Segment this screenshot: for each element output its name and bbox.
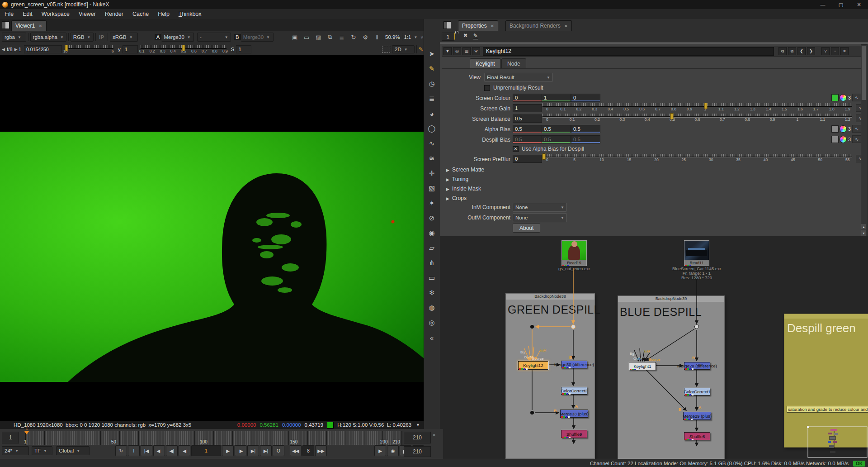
range-mode-dropdown[interactable]: Global▼ (56, 446, 90, 455)
toolbar-views-icon[interactable]: ◉ (426, 227, 438, 239)
2d-mode-dropdown[interactable]: 2D▼ (392, 45, 415, 53)
menu-workspace[interactable]: Workspace (37, 11, 74, 17)
clear-panels-icon[interactable]: ✖ (463, 33, 467, 38)
menu-cache[interactable]: Cache (128, 11, 153, 17)
group-inside-mask[interactable]: ▶Inside Mask (446, 186, 481, 192)
toolbar-3d-icon[interactable]: ▧ (426, 182, 438, 194)
transport-5[interactable]: ◀ (179, 445, 190, 456)
toolbar-target-icon[interactable]: ◎ (426, 317, 438, 329)
toolbar-rect-icon[interactable]: ▭ (426, 272, 438, 284)
ab-mode-dropdown[interactable]: -▼ (197, 33, 231, 42)
toolbar-merge-icon[interactable]: ⋔ (426, 257, 438, 269)
input-b-dropdown[interactable]: Merge30▼ (241, 33, 274, 42)
view-dropdown[interactable]: Final Result ▼ (484, 73, 553, 82)
minimize-button[interactable]: — (814, 0, 832, 9)
channel-count[interactable]: 3 (848, 95, 851, 100)
menu-file[interactable]: File (0, 11, 18, 17)
node-keylight12[interactable]: Keylight12 (518, 361, 548, 370)
disclosure-triangle-icon[interactable]: ▶ (446, 196, 449, 201)
alpha-bias-r-field[interactable]: 0.5 (513, 125, 542, 133)
tab-properties[interactable]: Properties ✕ (458, 20, 498, 31)
input-a-badge[interactable]: A (155, 34, 162, 40)
range-start-field[interactable]: 1 (2, 432, 19, 443)
scroll-down-icon[interactable]: ▼ (861, 230, 866, 236)
unpremultiply-checkbox[interactable] (484, 85, 490, 91)
unlock-icon[interactable] (454, 33, 455, 39)
node-merge29[interactable]: Merge29 (plus) (683, 412, 711, 420)
pane-layout-icon[interactable] (443, 21, 451, 29)
despill-bias-swatch[interactable] (831, 136, 839, 143)
scroll-up-icon[interactable]: ▲ (861, 224, 866, 229)
menu-thinkbox[interactable]: Thinkbox (174, 11, 206, 17)
transport-1[interactable]: I (128, 445, 140, 456)
channels-dropdown[interactable]: rgba▼ (2, 33, 26, 42)
playhead-marker-icon[interactable] (24, 431, 29, 437)
input-a-dropdown[interactable]: Merge30▼ (161, 33, 194, 42)
screen-colour-r-field[interactable]: 0 (513, 94, 542, 102)
gain-next-icon[interactable]: ▶ (14, 47, 18, 52)
toolbar-freeze-icon[interactable]: ❄ (426, 287, 438, 299)
node-keylight1[interactable]: Keylight1 (629, 362, 656, 370)
toolbar-channel-icon[interactable]: ≣ (426, 93, 438, 105)
screen-colour-swatch[interactable] (831, 94, 839, 101)
status-dropdown-icon[interactable]: ▼ (416, 423, 420, 427)
menu-viewer[interactable]: Viewer (74, 11, 100, 17)
channel-count[interactable]: 3 (848, 126, 851, 132)
tf-dropdown[interactable]: TF▼ (32, 446, 52, 455)
group-crops[interactable]: ▶Crops (446, 195, 467, 201)
tab-node[interactable]: Node (501, 58, 526, 69)
gamma-value-field[interactable]: 1 (123, 45, 138, 53)
screen-colour-b-field[interactable]: 0 (571, 94, 600, 102)
use-alpha-bias-checkbox[interactable]: ✕ (513, 146, 519, 152)
display-channel-dropdown[interactable]: RGB▼ (71, 33, 94, 42)
despill-bias-g-field[interactable]: 0.5 (542, 135, 571, 143)
screen-balance-slider[interactable]: 00.10.20.30.40.50.60.70.80.911.11.2 (542, 113, 852, 122)
pause-icon[interactable]: ‖ (372, 33, 382, 42)
read-node-read11[interactable]: Read11 (684, 240, 709, 266)
outm-component-dropdown[interactable]: None ▼ (513, 213, 567, 222)
group-screen-matte[interactable]: ▶Screen Matte (446, 167, 484, 173)
screen-gain-field[interactable]: 1 (513, 104, 542, 112)
collapse-panel-icon[interactable]: ▼ (443, 47, 452, 55)
transport2-0[interactable]: ▶ (222, 445, 234, 456)
format-frame-icon[interactable]: ▣ (289, 33, 300, 42)
read-node-read19[interactable]: Read19 (561, 240, 587, 266)
skip-1[interactable]: 8 (302, 445, 314, 456)
toolbar-image-icon[interactable]: ➤ (426, 48, 438, 60)
transport-2[interactable]: |◀ (141, 445, 152, 456)
despill-bias-b-field[interactable]: 0.5 (571, 135, 600, 143)
refresh-icon[interactable]: ↻ (348, 33, 359, 42)
scanline-icon[interactable]: ≣ (336, 33, 347, 42)
backdrop-header[interactable]: BackdropNode38 (506, 294, 594, 300)
toolbar-draw-icon[interactable]: ✎ (426, 63, 438, 75)
close-panel-icon[interactable]: ✕ (840, 47, 849, 55)
toolbar-metadata-icon[interactable]: ▱ (426, 242, 438, 254)
toolbar-sphere-icon[interactable]: ◍ (426, 302, 438, 314)
toolbar-deep-icon[interactable]: ⊘ (426, 212, 438, 224)
despill-bias-r-field[interactable]: 0.5 (513, 135, 542, 143)
current-frame-field[interactable]: 1 (191, 445, 221, 456)
alpha-bias-g-field[interactable]: 0.5 (542, 125, 571, 133)
toolbar-keyer-icon[interactable]: ≋ (426, 152, 438, 164)
channel-count[interactable]: 3 (848, 137, 851, 142)
menu-edit[interactable]: Edit (18, 11, 37, 17)
node-colorcorrect2[interactable]: ColorCorrect2 (561, 387, 587, 395)
about-button[interactable]: About (513, 224, 540, 233)
tab-viewer1[interactable]: Viewer1 ✕ (11, 20, 47, 31)
transport-0[interactable]: ↻ (115, 445, 127, 456)
tab-keylight[interactable]: Keylight (470, 58, 501, 69)
screen-gain-slider[interactable]: 00.10.20.30.40.50.60.70.80.911.11.21.31.… (542, 103, 852, 112)
postage-stamp-icon[interactable]: ▥ (462, 47, 471, 55)
screen-balance-field[interactable]: 0.5 (513, 114, 542, 123)
node-merge33[interactable]: Merge33 (plus) (560, 410, 588, 418)
transport2-4[interactable]: O (273, 445, 284, 456)
node-title-field[interactable]: Keylight12 (483, 47, 774, 56)
fps-dropdown[interactable]: 24*▼ (2, 446, 29, 455)
wrench-icon[interactable]: Ψ (472, 47, 480, 55)
node-merge28[interactable]: Merge28 (difference) (684, 362, 710, 370)
gamma-slider[interactable]: 0.10.20.30.40.50.60.70.80.9 (141, 45, 226, 54)
disclosure-triangle-icon[interactable]: ▶ (446, 168, 449, 172)
tab-close-icon[interactable]: ✕ (564, 24, 568, 29)
viewer-lut-dropdown[interactable]: sRGB▼ (110, 33, 138, 42)
record-icon[interactable]: ◉ (387, 445, 399, 456)
